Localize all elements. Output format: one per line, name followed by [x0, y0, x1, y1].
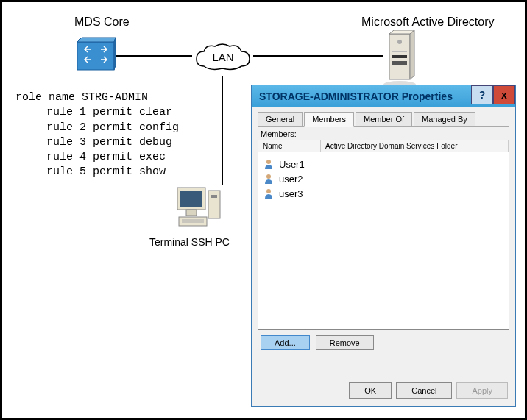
server-icon [383, 30, 420, 89]
svg-point-22 [266, 189, 271, 193]
svg-rect-14 [186, 210, 197, 216]
connection-line [253, 55, 383, 57]
list-item[interactable]: User1 [263, 157, 504, 171]
svg-rect-9 [392, 55, 407, 58]
connection-line [222, 76, 223, 185]
cancel-button[interactable]: Cancel [396, 382, 452, 399]
user-name: user2 [279, 174, 303, 185]
svg-rect-15 [208, 191, 220, 218]
user-icon [263, 188, 275, 199]
list-item[interactable]: user3 [263, 186, 504, 201]
list-header: Name Active Directory Domain Services Fo… [258, 140, 509, 152]
add-button[interactable]: Add... [261, 335, 310, 350]
rule-line: rule 2 permit config [15, 121, 179, 135]
remove-button[interactable]: Remove [316, 335, 374, 350]
terminal-pc-icon [174, 185, 224, 230]
svg-rect-17 [179, 217, 207, 226]
svg-marker-2 [114, 38, 116, 70]
svg-rect-0 [77, 42, 114, 70]
svg-point-7 [397, 40, 402, 44]
svg-rect-10 [392, 61, 407, 65]
apply-button[interactable]: Apply [456, 382, 508, 399]
svg-marker-6 [410, 30, 414, 79]
column-name[interactable]: Name [258, 140, 321, 152]
svg-marker-1 [77, 38, 116, 42]
user-name: user3 [279, 188, 303, 199]
svg-rect-8 [392, 51, 407, 52]
rule-line: rule 4 permit exec [15, 150, 179, 165]
switch-icon [76, 36, 116, 73]
role-config-block: role name STRG-ADMIN rule 1 permit clear… [15, 90, 179, 180]
tab-member-of[interactable]: Member Of [356, 112, 412, 126]
rule-line: rule 5 permit show [15, 165, 179, 179]
user-icon [263, 173, 275, 185]
rule-line: rule 1 permit clear [15, 105, 179, 120]
user-icon [263, 158, 275, 170]
tab-managed-by[interactable]: Managed By [414, 112, 475, 126]
rule-line: rule 3 permit debug [15, 135, 179, 150]
active-directory-label: Microsoft Active Directory [361, 15, 494, 29]
members-listbox[interactable]: Name Active Directory Domain Services Fo… [258, 140, 509, 330]
lan-cloud-icon: LAN [193, 40, 253, 76]
terminal-label: Terminal SSH PC [149, 236, 230, 248]
column-folder[interactable]: Active Directory Domain Services Folder [321, 140, 509, 152]
svg-rect-13 [180, 191, 202, 207]
ok-button[interactable]: OK [349, 382, 392, 399]
role-name-line: role name STRG-ADMIN [15, 90, 179, 105]
close-button[interactable]: x [493, 85, 515, 104]
svg-rect-16 [211, 195, 217, 198]
tab-strip: General Members Member Of Managed By [258, 112, 509, 127]
tab-members[interactable]: Members [304, 112, 354, 127]
tab-general[interactable]: General [258, 112, 303, 126]
properties-dialog: STORAGE-ADMINISTRATOR Properties ? x Gen… [251, 85, 516, 407]
help-button[interactable]: ? [471, 85, 493, 104]
dialog-title: STORAGE-ADMINISTRATOR Properties [259, 90, 453, 102]
dialog-body: General Members Member Of Managed By Mem… [252, 107, 515, 406]
mds-core-label: MDS Core [74, 15, 130, 29]
connection-line [116, 55, 192, 57]
members-label: Members: [261, 129, 509, 138]
user-name: User1 [279, 159, 305, 170]
list-item[interactable]: user2 [263, 171, 504, 186]
svg-text:LAN: LAN [212, 51, 233, 63]
diagram-frame: MDS Core Microsoft Active Directory LAN [0, 0, 527, 420]
dialog-titlebar[interactable]: STORAGE-ADMINISTRATOR Properties ? x [252, 85, 515, 107]
svg-point-21 [266, 174, 271, 179]
svg-point-20 [266, 160, 271, 164]
